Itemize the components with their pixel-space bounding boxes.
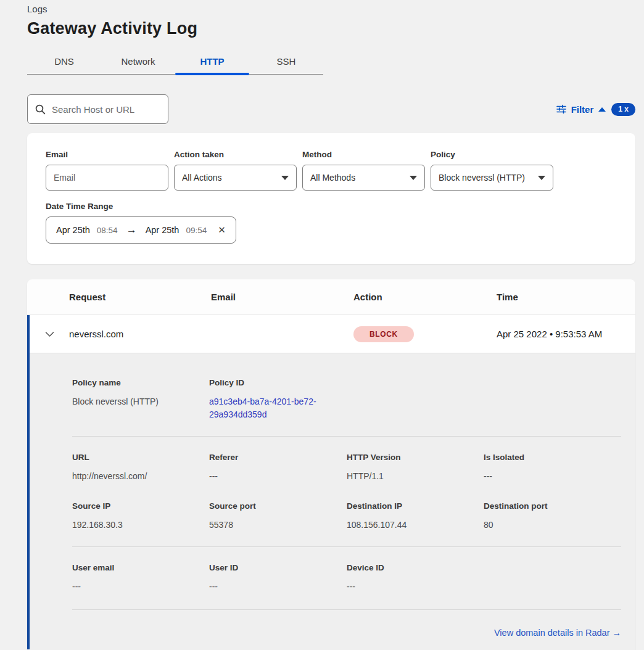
detail-cell: Device ID --- bbox=[347, 563, 484, 593]
user-id-value: --- bbox=[209, 580, 347, 593]
detail-cell: Referer --- bbox=[209, 453, 347, 483]
detail-cell: Policy ID a91c3eb4-ba7a-4201-be72-29a934… bbox=[209, 378, 347, 421]
divider bbox=[72, 436, 621, 437]
email-field-wrap bbox=[46, 165, 168, 191]
gateway-activity-log-page: Logs Gateway Activity Log DNS Network HT… bbox=[0, 0, 644, 650]
column-header-request: Request bbox=[69, 292, 211, 302]
source-ip-label: Source IP bbox=[72, 501, 209, 511]
user-email-value: --- bbox=[72, 580, 209, 593]
source-port-value: 55378 bbox=[209, 519, 347, 532]
is-isolated-label: Is Isolated bbox=[484, 453, 621, 462]
policy-name-label: Policy name bbox=[72, 378, 209, 387]
action-cell: BLOCK bbox=[353, 326, 497, 342]
policy-detail-row: Policy name Block neverssl (HTTP) Policy… bbox=[72, 378, 621, 421]
destination-port-label: Destination port bbox=[484, 501, 621, 511]
user-email-label: User email bbox=[72, 563, 209, 572]
detail-cell: Is Isolated --- bbox=[484, 453, 621, 483]
block-status-badge: BLOCK bbox=[353, 326, 414, 342]
date-range-picker[interactable]: Apr 25th 08:54 → Apr 25th 09:54 ✕ bbox=[46, 216, 236, 244]
log-table: Request Email Action Time neverssl.com B… bbox=[27, 279, 635, 650]
is-isolated-value: --- bbox=[484, 470, 621, 483]
chevron-down-icon bbox=[45, 331, 54, 337]
expanded-row-group: neverssl.com BLOCK Apr 25 2022 • 9:53:53… bbox=[27, 315, 635, 649]
email-field[interactable] bbox=[54, 173, 160, 183]
detail-cell: Policy name Block neverssl (HTTP) bbox=[72, 378, 209, 421]
policy-value: Block neverssl (HTTP) bbox=[439, 173, 525, 183]
filter-fields-row: Email Action taken All Actions Method Al… bbox=[46, 150, 617, 191]
http-version-value: HTTP/1.1 bbox=[347, 470, 484, 483]
detail-cell: User ID --- bbox=[209, 563, 347, 593]
detail-cell: User email --- bbox=[72, 563, 209, 593]
policy-id-link[interactable]: a91c3eb4-ba7a-4201-be72-29a934dd359d bbox=[209, 395, 332, 421]
chevron-down-icon bbox=[410, 176, 417, 180]
breadcrumb: Logs bbox=[27, 2, 635, 14]
device-id-label: Device ID bbox=[347, 563, 484, 572]
filter-button[interactable]: Filter bbox=[556, 104, 606, 115]
tab-http[interactable]: HTTP bbox=[175, 49, 249, 74]
destination-ip-label: Destination IP bbox=[347, 501, 484, 511]
user-detail-row: User email --- User ID --- Device ID --- bbox=[72, 563, 621, 593]
detail-cell: Source port 55378 bbox=[209, 501, 347, 532]
filter-label: Filter bbox=[571, 104, 594, 115]
filter-area: Filter 1 x bbox=[556, 103, 635, 116]
tab-network[interactable]: Network bbox=[101, 49, 175, 74]
end-date: Apr 25th bbox=[146, 225, 180, 235]
search-icon bbox=[35, 104, 46, 115]
url-detail-row: URL http://neverssl.com/ Referer --- HTT… bbox=[72, 453, 621, 483]
date-range-label: Date Time Range bbox=[46, 202, 617, 211]
device-id-value: --- bbox=[347, 580, 484, 593]
url-value: http://neverssl.com/ bbox=[72, 470, 209, 483]
search-box[interactable] bbox=[27, 94, 168, 124]
network-detail-row: Source IP 192.168.30.3 Source port 55378… bbox=[72, 501, 621, 532]
radar-link-row: View domain details in Radar → bbox=[72, 628, 621, 638]
filter-count-badge[interactable]: 1 x bbox=[611, 103, 635, 116]
tab-dns[interactable]: DNS bbox=[27, 49, 101, 74]
method-filter: Method All Methods bbox=[302, 150, 425, 191]
log-type-tabs: DNS Network HTTP SSH bbox=[27, 49, 323, 75]
policy-id-label: Policy ID bbox=[209, 378, 347, 387]
email-filter: Email bbox=[46, 150, 168, 191]
chevron-down-icon bbox=[538, 176, 545, 180]
date-range-section: Date Time Range Apr 25th 08:54 → Apr 25t… bbox=[46, 202, 617, 244]
destination-ip-value: 108.156.107.44 bbox=[347, 519, 484, 532]
method-select[interactable]: All Methods bbox=[302, 165, 425, 191]
policy-filter: Policy Block neverssl (HTTP) bbox=[431, 150, 553, 191]
policy-select[interactable]: Block neverssl (HTTP) bbox=[431, 165, 553, 191]
detail-cell: Destination IP 108.156.107.44 bbox=[347, 501, 484, 532]
chevron-down-icon bbox=[281, 176, 289, 180]
url-label: URL bbox=[72, 453, 209, 462]
detail-cell: HTTP Version HTTP/1.1 bbox=[347, 453, 484, 483]
column-header-email: Email bbox=[211, 292, 353, 302]
clear-date-range-button[interactable]: ✕ bbox=[218, 224, 226, 236]
divider bbox=[72, 546, 621, 547]
filter-sliders-icon bbox=[556, 104, 566, 114]
action-taken-select[interactable]: All Actions bbox=[174, 165, 297, 191]
divider bbox=[72, 609, 621, 610]
method-value: All Methods bbox=[310, 173, 355, 183]
caret-up-icon bbox=[598, 107, 606, 112]
tab-ssh[interactable]: SSH bbox=[249, 49, 323, 74]
policy-label: Policy bbox=[431, 150, 553, 159]
user-id-label: User ID bbox=[209, 563, 347, 572]
radar-link[interactable]: View domain details in Radar → bbox=[494, 628, 621, 638]
policy-name-value: Block neverssl (HTTP) bbox=[72, 395, 209, 408]
table-row[interactable]: neverssl.com BLOCK Apr 25 2022 • 9:53:53… bbox=[30, 315, 635, 353]
detail-cell: URL http://neverssl.com/ bbox=[72, 453, 209, 483]
request-cell: neverssl.com bbox=[69, 329, 211, 339]
source-ip-value: 192.168.30.3 bbox=[72, 519, 209, 532]
filter-panel: Email Action taken All Actions Method Al… bbox=[27, 133, 635, 264]
start-time: 08:54 bbox=[97, 226, 118, 235]
start-date: Apr 25th bbox=[56, 225, 90, 235]
destination-port-value: 80 bbox=[484, 519, 621, 532]
source-port-label: Source port bbox=[209, 501, 347, 511]
referer-value: --- bbox=[209, 470, 347, 483]
collapse-row-button[interactable] bbox=[30, 331, 69, 337]
row-details-panel: Policy name Block neverssl (HTTP) Policy… bbox=[30, 353, 635, 649]
action-taken-label: Action taken bbox=[174, 150, 297, 159]
detail-cell: Source IP 192.168.30.3 bbox=[72, 501, 209, 532]
column-header-time: Time bbox=[497, 292, 635, 302]
search-input[interactable] bbox=[52, 104, 160, 115]
arrow-right-icon: → bbox=[125, 224, 139, 236]
table-header-row: Request Email Action Time bbox=[27, 279, 635, 315]
action-filter: Action taken All Actions bbox=[174, 150, 297, 191]
